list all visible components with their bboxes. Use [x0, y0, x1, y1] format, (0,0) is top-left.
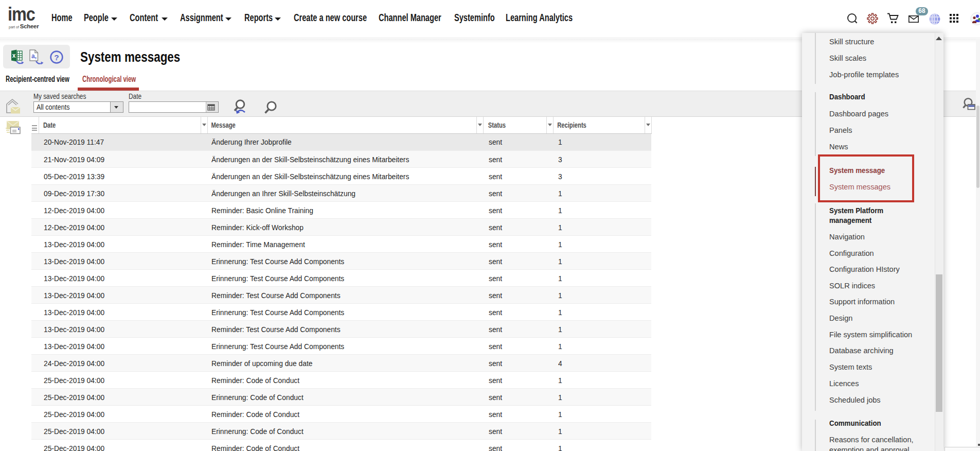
svg-text:a,: a, [31, 53, 37, 60]
svg-text:x: x [12, 52, 16, 59]
svg-text:?: ? [54, 53, 59, 62]
